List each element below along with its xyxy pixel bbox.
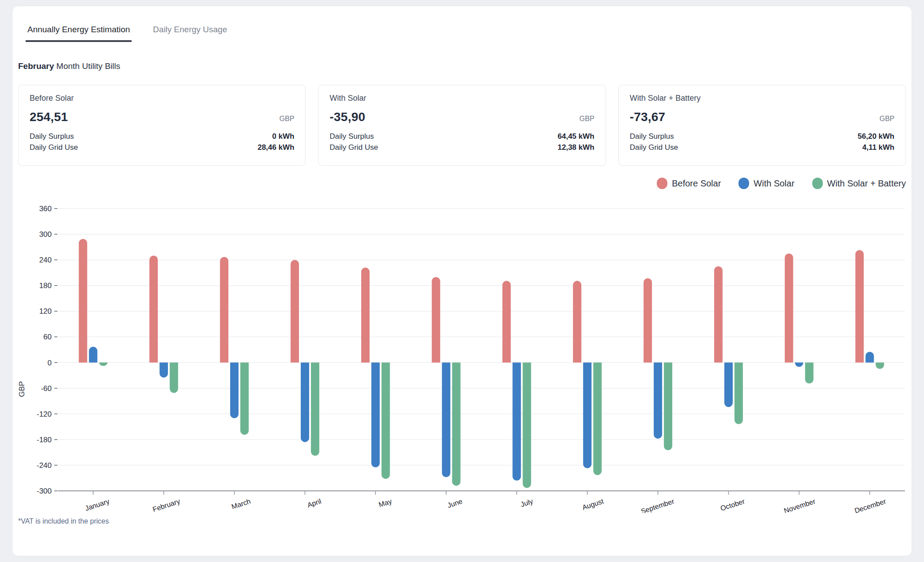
bar-with-solar-battery-january[interactable] <box>99 363 107 366</box>
bar-before-solar-november[interactable] <box>785 254 793 363</box>
bar-before-solar-october[interactable] <box>714 266 723 363</box>
card-row-daily-grid-use: Daily Grid Use 12,38 kWh <box>329 142 594 153</box>
page-title-rest: Month Utility Bills <box>54 61 120 71</box>
bar-with-solar-battery-april[interactable] <box>311 363 319 456</box>
bar-with-solar-february[interactable] <box>159 363 168 378</box>
row-value: 64,45 kWh <box>558 131 595 142</box>
bar-with-solar-january[interactable] <box>89 347 97 363</box>
bar-before-solar-may[interactable] <box>361 268 370 363</box>
bar-with-solar-battery-december[interactable] <box>876 363 884 369</box>
legend-label: With Solar <box>754 178 794 189</box>
bar-with-solar-december[interactable] <box>866 352 874 362</box>
bar-with-solar-battery-march[interactable] <box>240 363 249 435</box>
y-tick-label: -300 <box>37 487 52 495</box>
summary-cards: Before Solar 254,51 GBP Daily Surplus 0 … <box>18 85 906 166</box>
x-tick-label-january: January <box>84 497 110 513</box>
legend-label: Before Solar <box>672 178 721 189</box>
y-tick-label: 60 <box>43 333 52 341</box>
bar-with-solar-september[interactable] <box>654 363 662 439</box>
bar-before-solar-january[interactable] <box>79 239 87 363</box>
card-row-daily-grid-use: Daily Grid Use 28,46 kWh <box>30 142 294 153</box>
legend-item-with-solar-battery[interactable]: With Solar + Battery <box>812 178 906 189</box>
bar-with-solar-battery-august[interactable] <box>593 363 602 475</box>
x-tick-label-november: November <box>783 497 817 513</box>
bar-before-solar-september[interactable] <box>644 278 652 363</box>
y-tick-label: -60 <box>41 384 52 393</box>
bar-before-solar-december[interactable] <box>856 250 864 363</box>
bar-with-solar-october[interactable] <box>724 363 733 407</box>
y-tick-label: 240 <box>39 256 52 264</box>
bar-with-solar-july[interactable] <box>512 363 521 481</box>
x-tick-label-march: March <box>231 497 252 511</box>
card-currency: GBP <box>879 115 894 123</box>
x-tick-label-october: October <box>720 497 746 512</box>
bar-before-solar-february[interactable] <box>149 256 158 363</box>
row-label: Daily Surplus <box>30 131 74 142</box>
card-amount: -73,67 <box>630 110 666 124</box>
row-label: Daily Surplus <box>630 131 674 142</box>
bar-before-solar-april[interactable] <box>291 260 299 362</box>
bar-with-solar-battery-october[interactable] <box>735 363 743 424</box>
x-tick-label-september: September <box>640 497 675 513</box>
x-tick-label-february: February <box>152 497 181 513</box>
y-tick-label: 300 <box>39 230 52 239</box>
bar-with-solar-battery-february[interactable] <box>170 363 178 393</box>
card-with-solar: With Solar -35,90 GBP Daily Surplus 64,4… <box>318 85 606 166</box>
x-tick-label-may: May <box>378 497 393 509</box>
y-tick-label: 360 <box>39 205 52 213</box>
bar-with-solar-november[interactable] <box>795 363 803 367</box>
legend-item-before-solar[interactable]: Before Solar <box>657 178 721 189</box>
bar-before-solar-july[interactable] <box>502 281 511 363</box>
y-tick-label: -180 <box>37 436 52 444</box>
card-title: With Solar + Battery <box>630 94 894 103</box>
row-value: 12,38 kWh <box>558 142 595 153</box>
y-tick-label: -120 <box>37 410 52 418</box>
page-title: February Month Utility Bills <box>18 61 906 71</box>
bar-with-solar-battery-july[interactable] <box>523 363 531 488</box>
legend-swatch-with-solar <box>738 178 749 189</box>
card-row-daily-surplus: Daily Surplus 56,20 kWh <box>630 131 894 142</box>
card-row-daily-surplus: Daily Surplus 0 kWh <box>30 131 294 142</box>
card-amount: 254,51 <box>30 110 68 124</box>
card-row-daily-surplus: Daily Surplus 64,45 kWh <box>329 131 594 142</box>
bar-before-solar-june[interactable] <box>432 277 440 363</box>
x-tick-label-august: August <box>581 497 605 512</box>
bar-with-solar-battery-may[interactable] <box>382 363 390 479</box>
bar-before-solar-august[interactable] <box>573 281 581 363</box>
row-label: Daily Surplus <box>329 131 374 142</box>
row-value: 4,11 kWh <box>862 142 894 153</box>
y-tick-label: 0 <box>48 359 52 367</box>
bar-with-solar-august[interactable] <box>583 363 591 468</box>
bar-with-solar-april[interactable] <box>301 363 309 442</box>
vat-note: *VAT is included in the prices <box>18 517 906 525</box>
dashboard-panel: Annually Energy Estimation Daily Energy … <box>12 6 912 556</box>
bar-with-solar-march[interactable] <box>230 363 239 418</box>
legend-item-with-solar[interactable]: With Solar <box>738 178 794 189</box>
bar-with-solar-battery-june[interactable] <box>452 363 461 486</box>
card-currency: GBP <box>280 115 295 123</box>
legend-swatch-with-solar-battery <box>812 178 823 189</box>
bar-with-solar-battery-november[interactable] <box>805 363 814 384</box>
card-row-daily-grid-use: Daily Grid Use 4,11 kWh <box>630 142 894 153</box>
page-title-month: February <box>18 61 54 71</box>
row-value: 56,20 kWh <box>858 131 894 142</box>
bar-chart: 360300240180120600-60-120-180-240-300GBP… <box>18 198 906 513</box>
tab-daily-energy-usage[interactable]: Daily Energy Usage <box>151 25 229 42</box>
card-title: With Solar <box>329 94 594 103</box>
row-value: 28,46 kWh <box>258 142 294 153</box>
card-amount: -35,90 <box>329 110 365 124</box>
tab-bar: Annually Energy Estimation Daily Energy … <box>26 25 906 42</box>
y-tick-label: -240 <box>37 461 52 470</box>
bar-with-solar-june[interactable] <box>442 363 451 477</box>
tab-annually-energy-estimation[interactable]: Annually Energy Estimation <box>26 25 132 42</box>
chart-legend: Before Solar With Solar With Solar + Bat… <box>18 176 906 190</box>
bar-with-solar-battery-september[interactable] <box>664 363 672 450</box>
row-label: Daily Grid Use <box>30 142 78 153</box>
bar-with-solar-may[interactable] <box>371 363 380 467</box>
card-before-solar: Before Solar 254,51 GBP Daily Surplus 0 … <box>18 85 306 166</box>
bar-before-solar-march[interactable] <box>220 257 228 362</box>
legend-label: With Solar + Battery <box>827 178 906 189</box>
row-value: 0 kWh <box>272 131 294 142</box>
row-label: Daily Grid Use <box>630 142 678 153</box>
x-tick-label-april: April <box>307 497 322 509</box>
